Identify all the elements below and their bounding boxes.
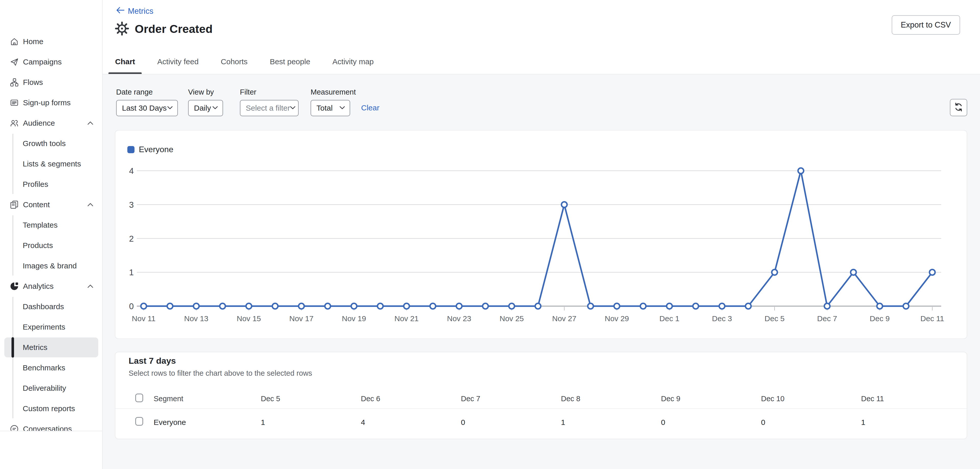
sidebar-item-dashboards[interactable]: Dashboards — [0, 296, 102, 317]
table-title: Last 7 days — [129, 356, 176, 366]
sidebar-item-label: Benchmarks — [23, 363, 65, 372]
select-all-checkbox[interactable] — [135, 393, 143, 402]
value-cell-dec-11: 1 — [861, 418, 865, 427]
svg-text:Nov 13: Nov 13 — [184, 314, 208, 323]
sidebar-item-label: Campaigns — [23, 58, 62, 66]
measurement-select[interactable]: Total — [310, 100, 350, 116]
chevron-up-icon — [87, 284, 94, 288]
sidebar-item-label: Sign-up forms — [23, 98, 71, 107]
svg-text:1: 1 — [129, 268, 134, 277]
refresh-button[interactable] — [950, 99, 967, 116]
table-header-divider — [115, 408, 967, 409]
form-icon — [10, 98, 19, 107]
paper-plane-icon — [10, 58, 19, 66]
svg-text:Nov 19: Nov 19 — [342, 314, 366, 323]
sidebar-item-audience[interactable]: Audience — [0, 113, 102, 133]
column-header-dec-11: Dec 11 — [861, 395, 884, 403]
sidebar-item-metrics[interactable]: Metrics — [0, 337, 102, 358]
svg-text:Nov 29: Nov 29 — [605, 314, 629, 323]
value-cell-dec-6: 4 — [361, 418, 365, 427]
svg-text:3: 3 — [129, 200, 134, 209]
svg-text:Nov 15: Nov 15 — [237, 314, 261, 323]
sidebar-item-home[interactable]: Home — [0, 31, 102, 52]
last-7-days-card: Last 7 days Select rows to filter the ch… — [115, 352, 967, 439]
sidebar-item-label: Lists & segments — [23, 160, 81, 168]
tab-cohorts[interactable]: Cohorts — [214, 50, 254, 74]
date-range-select[interactable]: Last 30 Days — [116, 100, 178, 116]
sidebar-item-products[interactable]: Products — [0, 235, 102, 256]
sidebar-group-analytics: Analytics Dashboards Experiments Metrics — [0, 276, 102, 419]
sidebar-group-audience: Audience Growth tools Lists & segments P… — [0, 113, 102, 195]
back-arrow-icon — [116, 6, 125, 16]
sidebar-item-templates[interactable]: Templates — [0, 215, 102, 235]
sidebar-item-images-brand[interactable]: Images & brand — [0, 256, 102, 276]
sidebar-item-experiments[interactable]: Experiments — [0, 317, 102, 337]
column-header-dec-5: Dec 5 — [261, 395, 280, 403]
row-checkbox[interactable] — [135, 417, 143, 426]
value-cell-dec-7: 0 — [461, 418, 465, 427]
sidebar-item-label: Audience — [23, 119, 55, 127]
tab-bar: Chart Activity feed Cohorts Best people … — [108, 50, 389, 74]
sidebar-item-label: Home — [23, 37, 43, 46]
svg-text:Nov 27: Nov 27 — [552, 314, 576, 323]
home-icon — [10, 37, 19, 46]
gear-icon — [115, 21, 129, 37]
svg-text:Dec 1: Dec 1 — [659, 314, 679, 323]
pages-icon — [10, 200, 19, 209]
tab-best-people[interactable]: Best people — [263, 50, 317, 74]
view-by-select[interactable]: Daily — [188, 100, 223, 116]
sidebar-item-profiles[interactable]: Profiles — [0, 174, 102, 195]
app-root: Home Campaigns — [0, 0, 980, 469]
segment-name-cell: Everyone — [154, 418, 186, 427]
value-cell-dec-8: 1 — [561, 418, 565, 427]
sidebar-item-content[interactable]: Content — [0, 195, 102, 215]
svg-text:Nov 21: Nov 21 — [394, 314, 418, 323]
export-to-csv-button[interactable]: Export to CSV — [892, 15, 960, 35]
sidebar-item-benchmarks[interactable]: Benchmarks — [0, 358, 102, 378]
sidebar-item-flows[interactable]: Flows — [0, 72, 102, 92]
sidebar-item-label: Deliverability — [23, 384, 66, 393]
svg-text:Nov 17: Nov 17 — [289, 314, 313, 323]
svg-text:Dec 7: Dec 7 — [817, 314, 837, 323]
sidebar-item-deliverability[interactable]: Deliverability — [0, 378, 102, 398]
tab-activity-feed[interactable]: Activity feed — [151, 50, 205, 74]
sidebar-bottom-divider — [0, 431, 102, 431]
filter-select[interactable]: Select a filter — [240, 100, 299, 116]
sidebar-item-growth-tools[interactable]: Growth tools — [0, 133, 102, 154]
tab-activity-map[interactable]: Activity map — [326, 50, 380, 74]
tab-chart[interactable]: Chart — [108, 50, 142, 74]
value-cell-dec-5: 1 — [261, 418, 265, 427]
svg-text:0: 0 — [129, 301, 134, 311]
sidebar-subgroup-audience: Growth tools Lists & segments Profiles — [0, 133, 102, 195]
column-header-dec-8: Dec 8 — [561, 395, 580, 403]
back-to-metrics-link[interactable]: Metrics — [116, 6, 153, 16]
svg-text:Dec 3: Dec 3 — [712, 314, 732, 323]
sidebar-item-campaigns[interactable]: Campaigns — [0, 52, 102, 72]
sidebar-item-conversations[interactable]: Conversations — [0, 419, 102, 431]
sidebar-item-label: Metrics — [23, 343, 48, 352]
clear-filters-link[interactable]: Clear — [361, 103, 380, 112]
sidebar-item-lists-segments[interactable]: Lists & segments — [0, 154, 102, 174]
page-title: Order Created — [135, 22, 213, 36]
back-link-label: Metrics — [128, 6, 153, 16]
sidebar-item-label: Images & brand — [23, 261, 77, 270]
people-icon — [10, 119, 19, 127]
sidebar-item-label: Products — [23, 241, 53, 250]
sidebar-item-signup-forms[interactable]: Sign-up forms — [0, 92, 102, 113]
sidebar-nav: Home Campaigns — [0, 31, 102, 431]
chevron-down-icon — [167, 106, 173, 110]
sidebar-item-label: Templates — [23, 221, 58, 230]
svg-text:4: 4 — [129, 166, 134, 176]
chart-card: Everyone 43210Nov 11Nov 13Nov 15Nov 17No… — [115, 130, 967, 339]
chevron-up-icon — [87, 203, 94, 206]
column-header-dec-7: Dec 7 — [461, 395, 480, 403]
column-header-dec-6: Dec 6 — [361, 395, 380, 403]
sidebar-item-analytics[interactable]: Analytics — [0, 276, 102, 296]
sidebar-item-custom-reports[interactable]: Custom reports — [0, 398, 102, 419]
sidebar-item-label: Custom reports — [23, 404, 75, 413]
refresh-icon — [953, 102, 964, 113]
metric-line-chart: 43210Nov 11Nov 13Nov 15Nov 17Nov 19Nov 2… — [115, 130, 967, 339]
table-subtitle: Select rows to filter the chart above to… — [129, 369, 312, 377]
flow-sitemap-icon — [10, 78, 19, 87]
view-by-label: View by — [188, 88, 214, 97]
